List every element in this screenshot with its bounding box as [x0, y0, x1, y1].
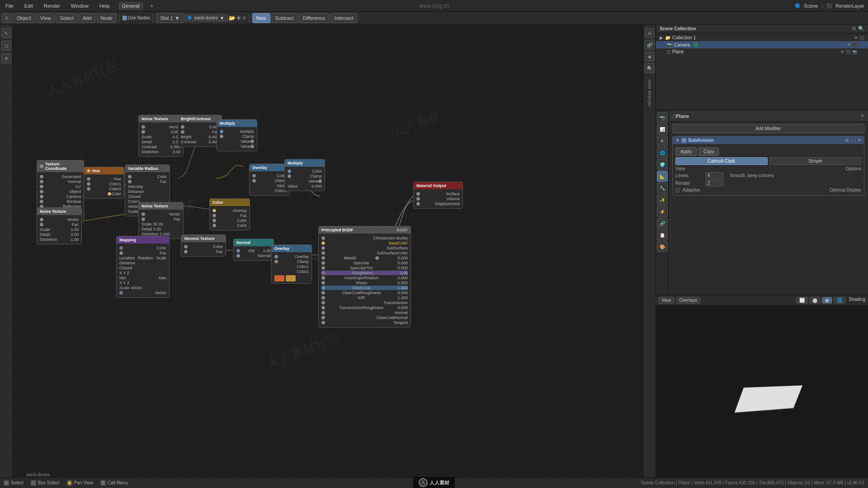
coll-restrict-icon[interactable]: ⬛	[859, 36, 864, 40]
intersect-btn[interactable]: Intersect	[330, 13, 357, 23]
levels-value[interactable]: 4	[705, 172, 723, 179]
select-mouse-icon: 🖱	[4, 480, 9, 486]
outliner-filter-icon[interactable]: ⚙	[852, 26, 856, 32]
select-btn[interactable]: Select	[56, 13, 78, 23]
mod-down-icon[interactable]: ↓	[854, 138, 856, 143]
select-tool[interactable]: ◻	[1, 41, 11, 51]
node-normal[interactable]: Normal ON1.00 Normal	[233, 239, 274, 261]
node-canvas[interactable]: 人人素材社区 人人素材 人人素材社区 人人素材 Texture Coordina…	[13, 24, 643, 479]
difference-btn[interactable]: Difference	[299, 13, 330, 23]
menu-file[interactable]: File	[4, 2, 15, 9]
node-wrangler-tab[interactable]: Node Wrangler	[647, 80, 652, 107]
move-tool[interactable]: ✛	[1, 53, 11, 63]
adaptive-checkbox[interactable]	[675, 188, 680, 192]
plane-render-icon[interactable]: 📷	[852, 50, 857, 54]
copy-btn[interactable]: Copy	[698, 147, 719, 156]
node-multiply1[interactable]: Multiply Multiply Clamp Value Value	[217, 119, 257, 151]
editor-type-badge[interactable]: General	[119, 2, 143, 9]
prop-scene-tab[interactable]: 🌐	[657, 147, 668, 158]
plane-restrict-icon[interactable]: ⬛	[846, 50, 851, 54]
material-btn[interactable]: ◉	[822, 297, 832, 304]
menu-help[interactable]: Help	[98, 2, 112, 9]
mod-settings-icon[interactable]: ⚙	[845, 138, 849, 143]
mod-collapse-icon[interactable]: ▼	[675, 138, 680, 143]
mod-up-icon[interactable]: ↑	[850, 138, 853, 143]
coll-vis-icon[interactable]: 👁	[854, 36, 858, 40]
node-btn[interactable]: Node	[97, 13, 117, 23]
node-noise2[interactable]: Noise Texture Vector Fac Scale 30.00 Det…	[138, 202, 184, 239]
node-header-noise2: Noise Texture	[139, 202, 183, 210]
mod-enabled-checkbox[interactable]: ✓	[682, 138, 686, 143]
node-multiply2[interactable]: Multiply Color Clamp Value Value0.000	[284, 159, 325, 191]
prop-view-tab[interactable]: 👁	[657, 136, 668, 146]
prop-modifier-tab[interactable]: 🔧	[657, 183, 668, 193]
plane-vis-icon[interactable]: 👁	[840, 50, 844, 54]
prop-constraints-tab[interactable]: 🔗	[657, 218, 668, 229]
mod-close-icon[interactable]: ✕	[858, 138, 861, 143]
prop-output-tab[interactable]: 📊	[657, 124, 668, 135]
prop-render-tab[interactable]: 📷	[657, 112, 668, 123]
prop-object-tab[interactable]: 📐	[657, 171, 668, 182]
simple-btn[interactable]: Simple	[769, 157, 862, 165]
cam-restrict-icon[interactable]: ⬛	[852, 42, 857, 47]
mode-btn[interactable]: ⊙	[2, 13, 12, 23]
material-unlink-icon[interactable]: ✕	[242, 15, 246, 21]
prop-material-tab[interactable]: 🎨	[657, 241, 668, 252]
apply-btn[interactable]: Apply	[675, 147, 697, 156]
node-material-output[interactable]: Material Output Surface Volume Displacem…	[413, 182, 463, 209]
plane-item[interactable]: ◻ Plane 👁 ⬛ 📷	[656, 48, 868, 55]
render-levels-value[interactable]: 2	[705, 180, 723, 187]
prop-particles-tab[interactable]: ✨	[657, 194, 668, 205]
collection1-item[interactable]: ▶ 📁 Collection 1 👁 ⬛	[656, 34, 868, 41]
separator2	[153, 14, 153, 22]
menu-edit[interactable]: Edit	[23, 2, 35, 9]
node-noise1[interactable]: Noise Texture Vector Color Scale4.00 Det…	[138, 115, 184, 157]
wire-btn[interactable]: ⬜	[796, 297, 808, 304]
stats-label: Scene Collection | Plane | Verts:431,649…	[641, 480, 864, 485]
add-modifier-btn[interactable]: Add Modifier	[672, 124, 864, 133]
view-btn[interactable]: View	[36, 13, 55, 23]
object-mode-btn[interactable]: Object	[13, 13, 35, 23]
node-hue[interactable]: Hue Hue Color1 Color2 Color	[84, 167, 124, 199]
call-menu-label: Call Menu	[108, 480, 128, 485]
rendered-btn[interactable]: 🌐	[834, 297, 845, 304]
wrangler-icon2[interactable]: 🔗	[645, 40, 655, 50]
node-voronoi[interactable]: Voronoi Texture Color Fac	[181, 235, 226, 257]
cursor-tool[interactable]: ↖	[1, 28, 11, 38]
outliner-search-icon[interactable]: 🔍	[858, 26, 864, 32]
menu-window[interactable]: Window	[69, 2, 90, 9]
use-nodes-checkbox[interactable]: ✓	[123, 16, 127, 20]
prop-physics-tab[interactable]: ⚡	[657, 206, 668, 217]
new-btn[interactable]: New	[252, 13, 270, 23]
viewport-controls: View Overlays ⬜ ⬤ ◉ 🌐 Shading	[656, 295, 868, 306]
view-menu[interactable]: View	[658, 297, 675, 304]
slot-dropdown[interactable]: Slot 1 ▼	[156, 13, 184, 23]
collection1-label: Collection 1	[672, 35, 696, 40]
node-color[interactable]: Color Overlay Fac Color Color	[209, 198, 250, 230]
node-principled-bsdf[interactable]: Principled BSDF BSDF Christansen-Burley …	[318, 226, 411, 328]
canvas-material-label: sand-dunes	[26, 472, 50, 477]
node-overlay2[interactable]: Overlay Overlay Clamp Color1 Color2	[271, 244, 312, 284]
wrangler-icon1[interactable]: ⊙	[645, 28, 655, 38]
material-browse-icon[interactable]: 📂	[229, 15, 236, 21]
slot-arrow: ▼	[175, 15, 180, 21]
material-new-icon[interactable]: ✚	[236, 15, 241, 21]
cam-vis-icon[interactable]: 👁	[847, 42, 851, 47]
node-overlay1[interactable]: Overlay Color Clamp Value Color3	[249, 164, 290, 196]
add-btn[interactable]: Add	[79, 13, 96, 23]
node-bright-contrast[interactable]: Bright/Contrast Color Fac Bright0.400 Co…	[178, 115, 222, 147]
solid-btn[interactable]: ⬤	[809, 297, 821, 304]
node-noise3[interactable]: Noise Texture Vector Fac Scale1.00 Detai…	[37, 207, 82, 244]
overlays-btn[interactable]: Overlays	[676, 297, 700, 304]
wrangler-icon4[interactable]: 🔍	[645, 63, 655, 73]
node-mapping[interactable]: Mapping Color Fac LocationRotationScale …	[116, 236, 170, 298]
camera-item[interactable]: 📷 Camera 👁 ⬛	[656, 41, 868, 48]
menu-render[interactable]: Render	[42, 2, 62, 9]
props-close-icon[interactable]: ✕	[860, 113, 864, 119]
material-dropdown[interactable]: 🔵 sand-dunes ▼	[184, 14, 227, 22]
wrangler-icon3[interactable]: ◈	[645, 52, 655, 61]
prop-world-tab[interactable]: 🌍	[657, 159, 668, 170]
prop-data-tab[interactable]: 📋	[657, 230, 668, 240]
catmull-clark-btn[interactable]: Catmull-Clark	[675, 157, 768, 165]
subtract-btn[interactable]: Subtract	[271, 13, 298, 23]
